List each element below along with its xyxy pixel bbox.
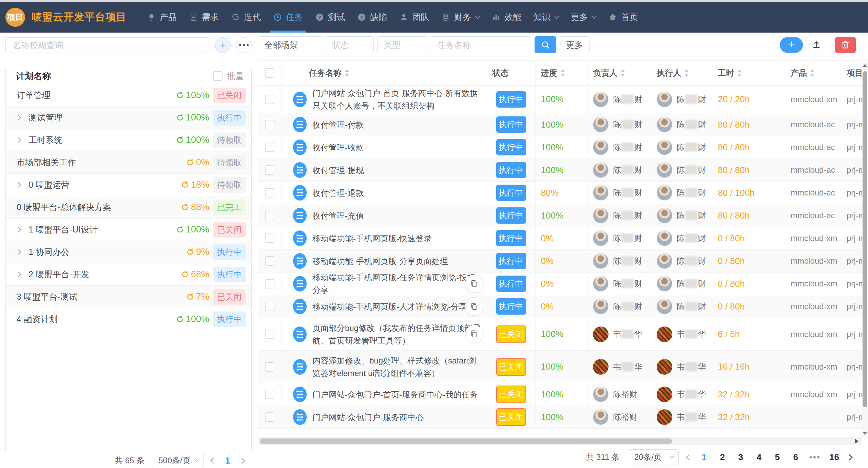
table-row[interactable]: 收付管理-收款执行中100%陈财陈财80 / 80hmmcloud-acprj-… bbox=[258, 136, 868, 159]
sort-icon[interactable] bbox=[620, 69, 625, 77]
row-checkbox[interactable] bbox=[265, 330, 274, 339]
expand-chevron-icon[interactable] bbox=[16, 137, 21, 143]
task-name[interactable]: 门户网站-众包门户-服务商中心 bbox=[312, 411, 424, 424]
nav-item-首页[interactable]: 首页 bbox=[602, 2, 644, 33]
row-checkbox[interactable] bbox=[265, 412, 274, 422]
plan-row[interactable]: 工时系统100%待领取 bbox=[6, 129, 251, 151]
select-all-checkbox[interactable] bbox=[265, 68, 274, 78]
task-next-page-icon[interactable] bbox=[846, 454, 852, 460]
sort-icon[interactable] bbox=[560, 69, 565, 77]
plan-prev-page-icon[interactable] bbox=[210, 457, 216, 464]
row-checkbox[interactable] bbox=[265, 165, 274, 175]
scroll-right-icon[interactable] bbox=[855, 439, 859, 444]
task-name-cell[interactable]: 页面部分bug修改（我发布的任务详情页顶部导航、首页研发管理工具等） bbox=[282, 318, 487, 350]
plan-row[interactable]: 0 唛盟运营18%待领取 bbox=[6, 173, 251, 196]
task-prev-page-icon[interactable] bbox=[686, 454, 692, 460]
task-name-cell[interactable]: 收付管理-付款 bbox=[282, 113, 487, 136]
nav-item-效能[interactable]: 效能 bbox=[485, 2, 527, 33]
page-number-2[interactable]: 2 bbox=[718, 452, 727, 463]
task-name[interactable]: 移动端功能-手机网页版-快速登录 bbox=[312, 232, 432, 245]
column-header-工时[interactable]: 工时 bbox=[712, 61, 785, 85]
plan-row[interactable]: 1 协同办公9%执行中 bbox=[6, 241, 251, 263]
expand-chevron-icon[interactable] bbox=[16, 227, 21, 232]
plan-page-size-select[interactable]: 500条/页 bbox=[152, 453, 204, 468]
page-number-5[interactable]: 5 bbox=[773, 452, 782, 463]
task-name[interactable]: 收付管理-退款 bbox=[312, 187, 364, 199]
task-name[interactable]: 收付管理-收款 bbox=[312, 141, 364, 154]
nav-item-迭代[interactable]: 迭代 bbox=[225, 2, 267, 33]
sort-icon[interactable] bbox=[684, 69, 689, 77]
page-number-16[interactable]: 16 bbox=[829, 452, 839, 463]
task-name-cell[interactable]: 移动端功能-手机网页版-分享页面处理 bbox=[282, 250, 487, 272]
horizontal-scrollbar[interactable] bbox=[258, 437, 862, 445]
table-row[interactable]: 收付管理-付款执行中100%陈财陈财80 / 80hmmcloud-acprj-… bbox=[258, 113, 868, 136]
task-name-cell[interactable]: 收付管理-收款 bbox=[282, 136, 487, 158]
task-page-size-select[interactable]: 20条/页 bbox=[628, 449, 679, 465]
plan-row[interactable]: 订单管理105%已关闭 bbox=[6, 84, 251, 106]
row-checkbox[interactable] bbox=[265, 143, 274, 152]
plan-more-button[interactable] bbox=[236, 37, 252, 53]
nav-item-任务[interactable]: 任务 bbox=[267, 2, 309, 33]
table-row[interactable]: 页面部分bug修改（我发布的任务详情页顶部导航、首页研发管理工具等）已关闭100… bbox=[258, 318, 868, 351]
add-task-button[interactable]: + bbox=[780, 37, 803, 53]
page-number-4[interactable]: 4 bbox=[754, 452, 764, 463]
nav-item-团队[interactable]: 团队 bbox=[393, 2, 435, 33]
column-header-任务名称[interactable]: 任务名称 bbox=[282, 61, 487, 85]
task-name-cell[interactable]: 门户网站-众包门户-首页-服务商中心-所有数据只关联个人账号，不关联组织架构 bbox=[282, 86, 487, 113]
table-row[interactable]: 移动端功能-手机网页版-人才详情浏览-分享执行中0%陈财陈财0 / 80hmmc… bbox=[258, 295, 868, 318]
scroll-down-icon[interactable] bbox=[863, 432, 867, 435]
row-checkbox[interactable] bbox=[265, 95, 274, 104]
page-number-3[interactable]: 3 bbox=[736, 452, 746, 463]
copy-button[interactable] bbox=[465, 297, 483, 316]
plan-row[interactable]: 3 唛盟平台-测试7%已关闭 bbox=[6, 285, 251, 308]
nav-item-产品[interactable]: 产品 bbox=[141, 2, 183, 33]
plan-row[interactable]: 0 唛盟平台-总体解决方案88%已完工 bbox=[6, 196, 251, 218]
page-number-1[interactable]: 1 bbox=[699, 452, 709, 463]
copy-button[interactable] bbox=[465, 325, 483, 343]
task-name[interactable]: 收付管理-充值 bbox=[312, 209, 364, 222]
table-row[interactable]: 移动端功能-手机网页版-分享页面处理执行中0%陈财陈财0 / 80hmmclou… bbox=[258, 250, 868, 273]
table-row[interactable]: 收付管理-提现执行中100%陈财陈财80 / 80hmmcloud-acprj-… bbox=[258, 159, 868, 182]
nav-item-需求[interactable]: 需求 bbox=[183, 2, 225, 33]
task-name[interactable]: 移动端功能-手机网页版-人才详情浏览-分享 bbox=[312, 300, 467, 313]
batch-checkbox[interactable] bbox=[213, 71, 223, 81]
vertical-scrollbar[interactable] bbox=[862, 62, 868, 437]
task-name-cell[interactable]: 收付管理-充值 bbox=[282, 204, 487, 227]
plan-row[interactable]: 4 融资计划100%执行中 bbox=[6, 308, 251, 330]
expand-chevron-icon[interactable] bbox=[16, 249, 21, 255]
task-name-cell[interactable]: 收付管理-提现 bbox=[282, 159, 487, 181]
row-checkbox[interactable] bbox=[265, 362, 274, 372]
task-name[interactable]: 门户网站-众包门户-首页-服务商中心-所有数据只关联个人账号，不关联组织架构 bbox=[312, 87, 483, 112]
table-row[interactable]: 收付管理-退款执行中80%陈财陈财80 / 100hmmcloud-acprj-… bbox=[258, 182, 868, 204]
expand-chevron-icon[interactable] bbox=[16, 272, 21, 277]
task-name[interactable]: 内容添加修改、bug处理、样式修改（safari浏览器对element ui部分… bbox=[312, 354, 483, 379]
page-number-6[interactable]: 6 bbox=[791, 452, 801, 463]
table-row[interactable]: 内容添加修改、bug处理、样式修改（safari浏览器对element ui部分… bbox=[258, 351, 868, 383]
task-name-input[interactable] bbox=[431, 36, 531, 53]
plan-row[interactable]: 2 唛盟平台-开发68%执行中 bbox=[6, 263, 251, 285]
sort-icon[interactable] bbox=[345, 69, 349, 77]
task-name-cell[interactable]: 移动端功能-手机网页版-快速登录 bbox=[282, 227, 487, 249]
row-checkbox[interactable] bbox=[265, 390, 274, 399]
task-name-cell[interactable]: 移动端功能-手机网页版-任务详情页浏览-投标-分享 bbox=[282, 273, 487, 295]
table-row[interactable]: 门户网站-众包门户-服务商中心已关闭100%陈裕财韦华32 / 32hprj-m bbox=[258, 406, 868, 429]
table-row[interactable]: 门户网站-众包门户-首页-服务商中心-我的任务已关闭100%陈裕财韦华32 / … bbox=[258, 383, 868, 406]
row-checkbox[interactable] bbox=[265, 211, 274, 220]
scroll-up-icon[interactable] bbox=[863, 64, 867, 67]
table-row[interactable]: 收付管理-充值执行中100%陈财陈财80 / 80hmmcloud-acprj-… bbox=[258, 204, 868, 227]
task-name[interactable]: 收付管理-提现 bbox=[312, 164, 364, 176]
task-name-cell[interactable]: 收付管理-退款 bbox=[282, 182, 487, 204]
page-ellipsis[interactable]: ••• bbox=[809, 452, 821, 463]
vertical-scrollbar-thumb[interactable] bbox=[863, 71, 867, 407]
nav-item-缺陷[interactable]: ?缺陷 bbox=[351, 2, 393, 33]
filter-more-button[interactable]: 更多 bbox=[560, 36, 590, 53]
add-plan-button[interactable]: + bbox=[215, 37, 231, 53]
table-row[interactable]: 门户网站-众包门户-首页-服务商中心-所有数据只关联个人账号，不关联组织架构执行… bbox=[258, 86, 868, 113]
task-name[interactable]: 收付管理-付款 bbox=[312, 118, 364, 131]
column-header-进度[interactable]: 进度 bbox=[536, 61, 588, 85]
nav-item-财务[interactable]: 财务 bbox=[435, 2, 485, 33]
type-select[interactable]: 类型 bbox=[377, 36, 427, 53]
column-header-产品[interactable]: 产品 bbox=[785, 61, 841, 85]
row-checkbox[interactable] bbox=[265, 120, 274, 129]
column-header-负责人[interactable]: 负责人 bbox=[587, 61, 651, 85]
